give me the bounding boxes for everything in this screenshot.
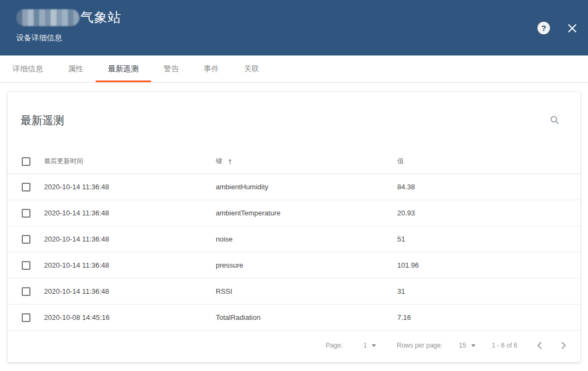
column-header-time[interactable]: 最后更新时间 bbox=[44, 157, 216, 166]
row-checkbox[interactable] bbox=[22, 183, 30, 191]
header-actions: ? bbox=[537, 22, 578, 34]
select-all-checkbox[interactable] bbox=[22, 157, 30, 166]
cell-last-update-time: 2020-10-14 11:36:48 bbox=[44, 261, 216, 269]
dialog-body: 最新遥测 最后更新时间 键 ↑ 值 2020-10-14 11:36:48 am… bbox=[0, 83, 588, 362]
cell-value: 20.93 bbox=[397, 209, 580, 217]
dialog-subtitle: 设备详细信息 bbox=[16, 33, 579, 43]
sort-arrow-up-icon[interactable]: ↑ bbox=[228, 157, 232, 166]
dialog-title-row: 气象站 bbox=[16, 8, 579, 27]
chevron-down-icon bbox=[372, 344, 376, 347]
chevron-down-icon bbox=[471, 344, 476, 347]
table-row[interactable]: 2020-10-14 11:36:48 pressure 101.96 bbox=[8, 252, 580, 279]
page-label: Page: bbox=[326, 342, 342, 349]
table-body: 2020-10-14 11:36:48 ambientHumidity 84.3… bbox=[8, 174, 580, 331]
cell-key: ambientTemperature bbox=[216, 209, 397, 217]
table-row[interactable]: 2020-10-14 11:36:48 ambientHumidity 84.3… bbox=[8, 174, 580, 200]
tab-bar: 详细信息 属性 最新遥测 警告 事件 关联 bbox=[0, 55, 588, 83]
cell-value: 51 bbox=[397, 235, 580, 243]
cell-last-update-time: 2020-10-14 11:36:48 bbox=[44, 287, 216, 295]
cell-value: 84.38 bbox=[397, 183, 580, 191]
cell-key: RSSI bbox=[216, 287, 397, 295]
telemetry-card: 最新遥测 最后更新时间 键 ↑ 值 2020-10-14 11:36:48 am… bbox=[8, 92, 580, 362]
tab-label: 警告 bbox=[164, 64, 179, 74]
table-row[interactable]: 2020-10-14 11:36:48 noise 51 bbox=[8, 226, 580, 252]
column-header-key[interactable]: 键 bbox=[216, 157, 222, 166]
tab-label: 事件 bbox=[204, 64, 219, 74]
cell-last-update-time: 2020-10-14 11:36:48 bbox=[44, 209, 216, 217]
tab-label: 关联 bbox=[244, 64, 259, 74]
dialog-title: 气象站 bbox=[80, 9, 121, 26]
help-icon[interactable]: ? bbox=[537, 22, 550, 34]
row-checkbox[interactable] bbox=[22, 235, 30, 244]
close-icon[interactable] bbox=[566, 22, 578, 34]
row-checkbox[interactable] bbox=[22, 261, 30, 270]
cell-value: 31 bbox=[397, 287, 580, 295]
card-title: 最新遥测 bbox=[21, 113, 549, 128]
tab-item-3[interactable]: 警告 bbox=[151, 55, 191, 82]
tab-item-0[interactable]: 详细信息 bbox=[0, 55, 55, 82]
cell-value: 101.96 bbox=[397, 261, 580, 269]
pagination-bar: Page: 1 Rows per page: 15 1 - 6 of 6 bbox=[8, 331, 580, 360]
dialog-header: 气象站 设备详细信息 ? bbox=[0, 0, 588, 55]
rows-per-page-select[interactable]: 15 bbox=[459, 342, 475, 349]
table-row[interactable]: 2020-10-14 11:36:48 ambientTemperature 2… bbox=[8, 200, 580, 226]
table-row[interactable]: 2020-10-08 14:45:16 TotalRadiation 7.16 bbox=[8, 305, 580, 331]
chevron-right-icon[interactable] bbox=[556, 339, 570, 352]
tab-item-1[interactable]: 属性 bbox=[55, 55, 96, 82]
range-label: 1 - 6 of 6 bbox=[492, 342, 517, 349]
row-checkbox[interactable] bbox=[22, 287, 30, 296]
search-icon[interactable] bbox=[549, 114, 562, 127]
row-checkbox[interactable] bbox=[22, 209, 30, 218]
rows-per-page-label: Rows per page: bbox=[397, 342, 442, 349]
redacted-device-name bbox=[16, 9, 79, 26]
cell-last-update-time: 2020-10-14 11:36:48 bbox=[44, 235, 216, 243]
tab-label: 详细信息 bbox=[12, 64, 43, 74]
row-checkbox[interactable] bbox=[22, 313, 30, 322]
cell-key: TotalRadiation bbox=[216, 313, 397, 321]
tab-label: 属性 bbox=[68, 64, 83, 74]
cell-key: pressure bbox=[216, 261, 397, 269]
cell-value: 7.16 bbox=[397, 313, 580, 321]
tab-label: 最新遥测 bbox=[108, 64, 139, 74]
card-header: 最新遥测 bbox=[8, 92, 580, 149]
cell-key: ambientHumidity bbox=[216, 183, 397, 191]
tab-item-2[interactable]: 最新遥测 bbox=[96, 55, 151, 82]
tab-item-5[interactable]: 关联 bbox=[232, 55, 272, 82]
chevron-left-icon[interactable] bbox=[534, 339, 547, 352]
table-row[interactable]: 2020-10-14 11:36:48 RSSI 31 bbox=[8, 279, 580, 305]
cell-last-update-time: 2020-10-08 14:45:16 bbox=[44, 313, 216, 321]
tab-item-4[interactable]: 事件 bbox=[191, 55, 232, 82]
cell-key: noise bbox=[216, 235, 397, 243]
table-header-row: 最后更新时间 键 ↑ 值 bbox=[8, 149, 580, 174]
cell-last-update-time: 2020-10-14 11:36:48 bbox=[44, 183, 216, 191]
page-select[interactable]: 1 bbox=[364, 342, 377, 349]
column-header-value[interactable]: 值 bbox=[397, 157, 580, 166]
